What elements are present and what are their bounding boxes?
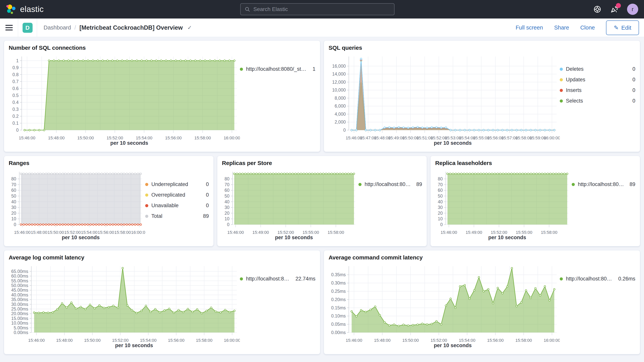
- legend-item[interactable]: http://localhost:8080/_sta...89: [572, 182, 635, 187]
- svg-text:15.00ms: 15.00ms: [11, 316, 28, 321]
- svg-text:60: 60: [224, 188, 230, 193]
- svg-text:6,000: 6,000: [334, 104, 346, 108]
- legend-item[interactable]: http://localhost:8080...0.26ms: [560, 276, 635, 282]
- svg-text:55.00ms: 55.00ms: [11, 278, 28, 283]
- chart-legend: Underreplicated0Overreplicated0Unavailab…: [145, 166, 209, 242]
- legend-series-value: 0: [630, 77, 635, 83]
- legend-series-label: Total: [151, 213, 162, 219]
- dashboard-grid: Number of SQL connections 00.10.20.30.40…: [0, 37, 644, 358]
- legend-item[interactable]: Total89: [145, 213, 209, 219]
- search-placeholder: Search Elastic: [253, 6, 288, 12]
- svg-text:15:58:00: 15:58:00: [114, 230, 131, 235]
- legend-series-value: 0: [204, 202, 209, 208]
- svg-text:25.00ms: 25.00ms: [11, 306, 28, 312]
- svg-text:per 10 seconds: per 10 seconds: [62, 234, 100, 240]
- chart-legend: http://localhost:8080/_sta...89: [572, 166, 635, 242]
- legend-series-value: 0: [630, 87, 635, 93]
- legend-series-dot-icon: [560, 68, 563, 71]
- global-search-input[interactable]: Search Elastic: [240, 3, 394, 15]
- panel-title: SQL queries: [328, 44, 635, 51]
- svg-text:0: 0: [227, 222, 230, 227]
- panel-sql-connections: Number of SQL connections 00.10.20.30.40…: [4, 40, 320, 152]
- elastic-logo[interactable]: elastic: [6, 4, 44, 15]
- chart-legend: http://localhost:8080...0.26ms: [560, 261, 635, 350]
- legend-item[interactable]: http://localhost:8080/_stat...1: [240, 66, 316, 72]
- legend-series-label: http://localhost:8080/_sta...: [578, 182, 624, 187]
- svg-text:16:00:00: 16:00:00: [544, 338, 560, 343]
- log-commit-latency-chart[interactable]: 0.00ms5.00ms10.00ms15.00ms20.00ms25.00ms…: [9, 261, 240, 350]
- edit-button[interactable]: ✎ Edit: [606, 20, 639, 35]
- breadcrumb-dashboard-link[interactable]: Dashboard: [44, 24, 71, 31]
- legend-item[interactable]: Overreplicated0: [145, 192, 209, 198]
- legend-series-label: Updates: [566, 77, 586, 83]
- sql-queries-chart[interactable]: 02,0004,0006,0008,00010,00012,00014,0001…: [328, 51, 560, 148]
- svg-text:15:48:00: 15:48:00: [48, 136, 64, 140]
- elastic-logo-icon: [6, 4, 16, 15]
- svg-text:15:58:00: 15:58:00: [516, 338, 532, 343]
- svg-text:0.9: 0.9: [12, 65, 19, 70]
- legend-item[interactable]: Selects0: [560, 98, 635, 104]
- legend-series-dot-icon: [240, 68, 243, 71]
- help-icon[interactable]: [593, 5, 602, 14]
- svg-text:15:54:00: 15:54:00: [459, 338, 476, 343]
- legend-series-value: 0: [630, 98, 635, 104]
- legend-item[interactable]: http://localhost:808...22.74ms: [240, 276, 316, 282]
- svg-text:15:55:00: 15:55:00: [302, 230, 319, 235]
- svg-text:per 10 seconds: per 10 seconds: [434, 342, 472, 348]
- svg-text:0.10ms: 0.10ms: [331, 314, 346, 318]
- svg-text:15:52:00: 15:52:00: [107, 136, 123, 140]
- svg-text:70: 70: [11, 182, 16, 187]
- panel-sql-queries: SQL queries 02,0004,0006,0008,00010,0001…: [324, 40, 640, 152]
- svg-text:15:55:00: 15:55:00: [516, 230, 532, 235]
- newsfeed-icon[interactable]: [610, 5, 618, 14]
- legend-item[interactable]: Unavailable0: [145, 202, 209, 208]
- page-title: [Metricbeat CockroachDB] Overview: [80, 24, 183, 31]
- legend-series-dot-icon: [145, 183, 148, 186]
- panel-title: Number of SQL connections: [9, 44, 316, 51]
- svg-text:0.00ms: 0.00ms: [331, 330, 346, 335]
- svg-text:15:50:00: 15:50:00: [77, 136, 94, 140]
- share-button[interactable]: Share: [554, 24, 569, 31]
- svg-text:15:46:00: 15:46:00: [14, 230, 31, 235]
- svg-text:16:00:00: 16:00:00: [131, 230, 145, 235]
- dashboard-app-badge[interactable]: D: [22, 23, 32, 33]
- panel-replica-leaseholders: Replica leaseholders 0102030405060708015…: [430, 156, 640, 246]
- legend-series-value: 0: [630, 66, 635, 72]
- hamburger-menu-icon[interactable]: [0, 18, 18, 37]
- legend-series-label: Deletes: [566, 66, 584, 72]
- legend-series-value: 1: [310, 66, 316, 72]
- svg-text:0.6: 0.6: [12, 86, 19, 91]
- svg-text:15:52:00: 15:52:00: [112, 338, 128, 343]
- legend-series-value: 0.26ms: [616, 276, 635, 282]
- user-avatar[interactable]: r: [627, 4, 638, 15]
- title-caret-icon[interactable]: ✓: [188, 24, 192, 31]
- replica-leaseholders-chart[interactable]: 0102030405060708015:46:0015:49:0015:52:0…: [435, 166, 572, 242]
- svg-text:15:48:00: 15:48:00: [56, 338, 73, 343]
- legend-item[interactable]: Underreplicated0: [145, 182, 209, 187]
- clone-button[interactable]: Clone: [580, 24, 595, 31]
- svg-text:15:56:00: 15:56:00: [98, 230, 114, 235]
- svg-text:30.00ms: 30.00ms: [11, 302, 28, 307]
- svg-text:0.30ms: 0.30ms: [331, 280, 346, 286]
- legend-series-label: Overreplicated: [151, 192, 185, 198]
- svg-text:0.1: 0.1: [12, 121, 19, 126]
- svg-text:per 10 seconds: per 10 seconds: [275, 234, 313, 240]
- legend-series-dot-icon: [560, 278, 563, 280]
- command-commit-latency-chart[interactable]: 0.00ms0.05ms0.10ms0.15ms0.20ms0.25ms0.30…: [328, 261, 560, 350]
- svg-text:0: 0: [440, 222, 443, 227]
- svg-text:15:50:00: 15:50:00: [84, 338, 101, 343]
- svg-text:0.5: 0.5: [12, 93, 19, 98]
- legend-item[interactable]: Updates0: [560, 77, 635, 83]
- ranges-chart[interactable]: 0102030405060708015:46:0015:48:0015:50:0…: [9, 166, 145, 242]
- legend-item[interactable]: Inserts0: [560, 87, 635, 93]
- legend-series-dot-icon: [560, 100, 563, 102]
- sql-connections-chart[interactable]: 00.10.20.30.40.50.60.70.80.9115:46:0015:…: [9, 51, 240, 148]
- svg-text:50: 50: [11, 194, 16, 198]
- svg-text:15:54:00: 15:54:00: [140, 338, 156, 343]
- legend-item[interactable]: Deletes0: [560, 66, 635, 72]
- svg-text:0.8: 0.8: [12, 72, 19, 77]
- svg-text:30: 30: [438, 205, 443, 210]
- full-screen-button[interactable]: Full screen: [516, 24, 543, 31]
- legend-item[interactable]: http://localhost:8080/_sta...89: [358, 182, 422, 187]
- replicas-per-store-chart[interactable]: 0102030405060708015:46:0015:49:0015:52:0…: [222, 166, 358, 242]
